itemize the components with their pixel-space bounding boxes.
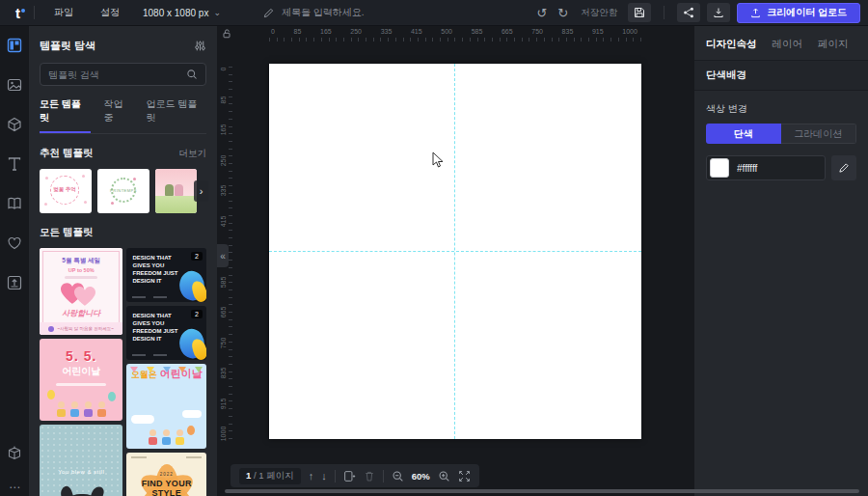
share-button[interactable] — [677, 3, 700, 22]
page-count-badge: 2 — [191, 310, 203, 318]
kids-illustration — [40, 401, 122, 417]
filter-icon[interactable] — [194, 40, 206, 52]
card-text: You blew & still — [40, 469, 122, 475]
card-title: 5월 특별 세일 — [40, 257, 122, 265]
template-card-hearts[interactable]: 5월 특별 세일 UP to 50% 사랑합니다 ~사랑의 달 마음을 전하세요… — [40, 248, 122, 335]
template-thumbnail[interactable] — [155, 169, 197, 213]
template-thumbnail[interactable]: PRINTEMPS — [97, 169, 149, 213]
guide-line-horizontal[interactable] — [269, 251, 641, 252]
fit-screen-button[interactable] — [458, 470, 471, 482]
color-swatch[interactable] — [710, 158, 729, 178]
app-logo[interactable]: t — [8, 5, 28, 21]
guide-lock-icon[interactable] — [221, 28, 232, 40]
elements-icon[interactable] — [7, 117, 22, 132]
template-card-find-your-style[interactable]: 2022 FIND YOUR STYLE ––– ––– — [126, 453, 206, 496]
menu-settings[interactable]: 설정 — [87, 6, 133, 19]
creator-upload-button[interactable]: 크리에이터 업로드 — [737, 3, 860, 23]
canvas-workspace[interactable]: 0851652503354155005856657508359151000 08… — [217, 26, 694, 496]
zoom-out-button[interactable] — [392, 470, 404, 482]
more-icon[interactable]: ⋯ — [9, 484, 20, 490]
tab-pages[interactable]: 페이지 — [818, 38, 849, 51]
hearts-graphic — [40, 281, 122, 310]
search-icon — [186, 69, 198, 80]
kids-illustration — [126, 429, 206, 445]
topbar: t 파일 설정 1080 x 1080 px ⌄ 제목을 입력하세요. ↺ ↻ … — [0, 0, 868, 26]
templates-icon[interactable] — [7, 38, 22, 53]
template-panel: 템플릿 탐색 모든 템플릿 작업중 업로드 템플릿 추천 템플릿 더보기 — [29, 26, 217, 496]
page-up-button[interactable]: ↑ — [309, 470, 314, 482]
balloon-graphic — [47, 390, 55, 400]
page-count-badge: 2 — [191, 252, 203, 261]
search-input[interactable] — [48, 69, 180, 80]
add-page-button[interactable] — [343, 470, 356, 482]
ruler-ticks — [269, 38, 641, 41]
title-placeholder: 제목을 입력하세요. — [282, 6, 365, 19]
tab-design-properties[interactable]: 디자인속성 — [706, 38, 757, 51]
title-input[interactable]: 제목을 입력하세요. — [263, 6, 365, 19]
section-solid-background: 단색배경 — [694, 60, 868, 91]
page-down-button[interactable]: ↓ — [321, 470, 327, 482]
credit-marks — [132, 354, 167, 356]
card-subtitle: 어린이날 — [40, 365, 122, 378]
zoom-level[interactable]: 60% — [412, 471, 430, 482]
color-change-label: 색상 변경 — [706, 102, 856, 116]
gradient-option[interactable]: 그라데이션 — [781, 124, 857, 144]
undo-icon[interactable]: ↺ — [534, 7, 549, 19]
images-icon[interactable] — [7, 77, 22, 93]
template-card-design[interactable]: DESIGN THAT GIVES YOU FREEDOM JUST DESIG… — [126, 248, 206, 302]
collapse-icon: « — [220, 251, 226, 262]
package-icon[interactable] — [7, 445, 22, 460]
card-banner: ~사랑의 달 마음을 전하세요~ — [40, 322, 122, 335]
all-templates-title: 모든 템플릿 — [40, 226, 93, 239]
template-card-childrens-day-pink[interactable]: 5. 5. 어린이날 — [40, 339, 122, 421]
logo-dot-icon — [21, 9, 25, 13]
ruler-ticks — [229, 64, 232, 439]
see-more-link[interactable]: 더보기 — [179, 148, 207, 160]
template-card-childrens-day-blue[interactable]: 오월은어린이날 — [126, 364, 206, 449]
card-year: 2022 — [126, 472, 206, 477]
thumbnail-label: PRINTEMPS — [97, 188, 149, 193]
tab-uploaded[interactable]: 업로드 템플릿 — [146, 97, 206, 133]
tab-all-templates[interactable]: 모든 템플릿 — [40, 97, 91, 133]
text-icon[interactable] — [7, 156, 22, 172]
download-button[interactable] — [707, 3, 730, 22]
cloud-graphic — [182, 410, 202, 418]
design-editor-app: t 파일 설정 1080 x 1080 px ⌄ 제목을 입력하세요. ↺ ↻ … — [0, 0, 868, 496]
color-picker-button[interactable] — [831, 155, 856, 180]
pages-icon[interactable] — [7, 196, 22, 211]
recommended-row: 벚꽃 추억 PRINTEMPS › — [40, 169, 206, 213]
cloud-graphic — [131, 415, 154, 424]
tab-in-progress[interactable]: 작업중 — [104, 97, 133, 133]
thumbnail-label: 벚꽃 추억 — [50, 176, 79, 205]
tab-layers[interactable]: 레이어 — [773, 38, 803, 51]
my-uploads-icon[interactable] — [7, 275, 22, 290]
hex-input[interactable] — [737, 163, 804, 174]
next-recommended-button[interactable]: › — [194, 180, 208, 202]
hex-input-box[interactable] — [706, 155, 826, 180]
illustration-couple — [165, 182, 186, 196]
decorative-line — [56, 383, 106, 386]
template-grid: 5월 특별 세일 UP to 50% 사랑합니다 ~사랑의 달 마음을 전하세요… — [40, 248, 206, 496]
menu-file[interactable]: 파일 — [41, 6, 87, 19]
pen-icon — [838, 162, 850, 174]
redo-icon[interactable]: ↻ — [556, 7, 570, 19]
collapse-panel-button[interactable]: « — [217, 244, 229, 267]
fill-type-segmented: 단색 그라데이션 — [706, 124, 856, 144]
template-card-dog[interactable]: You blew & still — [40, 425, 122, 496]
floppy-icon — [634, 7, 645, 18]
horizontal-scrollbar[interactable] — [225, 489, 859, 493]
upload-icon — [750, 8, 761, 18]
template-thumbnail[interactable]: 벚꽃 추억 — [40, 169, 92, 213]
zoom-in-button[interactable] — [438, 470, 450, 482]
favorites-icon[interactable] — [7, 235, 22, 251]
template-search[interactable] — [40, 63, 206, 86]
pencil-icon — [263, 8, 274, 18]
properties-panel: 디자인속성 레이어 페이지 단색배경 색상 변경 단색 그라데이션 — [694, 26, 868, 496]
delete-page-button[interactable] — [364, 470, 375, 482]
artboard[interactable] — [269, 64, 641, 439]
canvas-size-dropdown[interactable]: 1080 x 1080 px ⌄ — [133, 8, 231, 18]
template-card-design[interactable]: DESIGN THAT GIVES YOU FREEDOM JUST DESIG… — [126, 306, 206, 360]
save-button[interactable] — [628, 3, 651, 22]
template-tabs: 모든 템플릿 작업중 업로드 템플릿 — [40, 97, 206, 134]
solid-option[interactable]: 단색 — [706, 124, 781, 144]
